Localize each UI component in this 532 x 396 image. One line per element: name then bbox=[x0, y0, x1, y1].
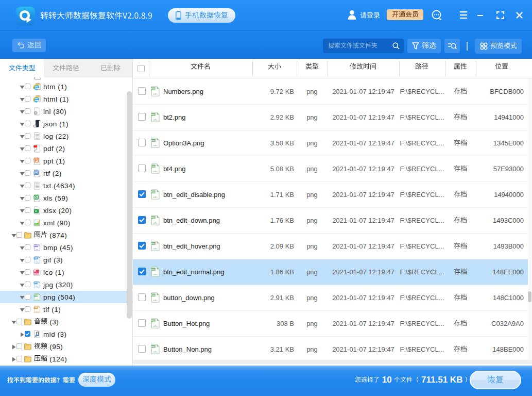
svg-text:PNG: PNG bbox=[151, 242, 156, 245]
svg-text:PNG: PNG bbox=[151, 294, 156, 296]
svg-text:PNG: PNG bbox=[151, 165, 156, 168]
svg-text:PNG: PNG bbox=[151, 320, 156, 322]
svg-text:PNG: PNG bbox=[151, 345, 156, 348]
svg-text:PNG: PNG bbox=[151, 113, 156, 116]
svg-text:BMP: BMP bbox=[33, 245, 38, 247]
svg-text:PNG: PNG bbox=[151, 88, 156, 90]
svg-text:GIF: GIF bbox=[34, 257, 38, 259]
svg-text:JPG: JPG bbox=[34, 282, 38, 284]
svg-text:PNG: PNG bbox=[34, 294, 38, 296]
svg-text:PNG: PNG bbox=[151, 191, 156, 193]
svg-text:PNG: PNG bbox=[151, 139, 156, 142]
svg-text:PNG: PNG bbox=[151, 217, 156, 219]
svg-text:PNG: PNG bbox=[151, 268, 156, 271]
svg-text:TIF: TIF bbox=[35, 307, 38, 309]
